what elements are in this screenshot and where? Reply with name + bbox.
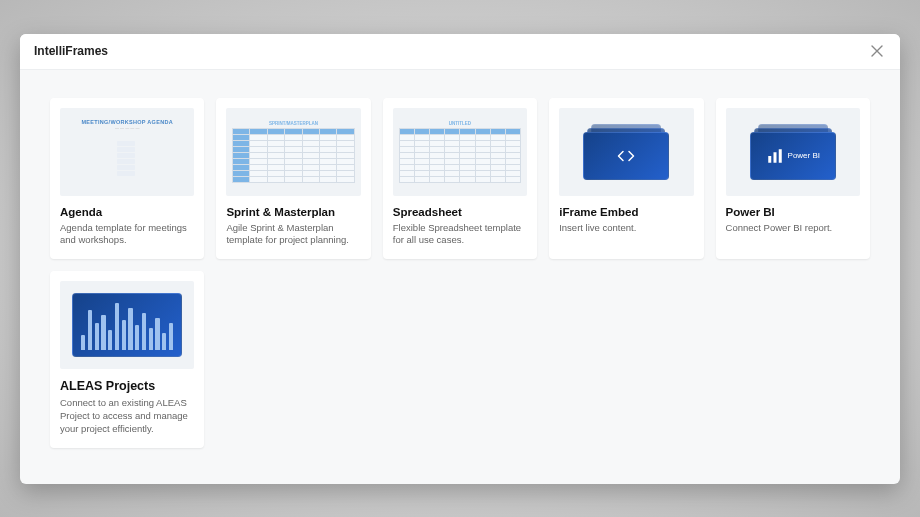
card-aleas[interactable]: ALEAS Projects Connect to an existing AL… xyxy=(50,271,204,447)
close-icon xyxy=(871,45,883,57)
card-title: Spreadsheet xyxy=(393,206,527,218)
card-sprint[interactable]: SPRINT/MASTERPLAN Sprint & Masterplan xyxy=(216,98,370,260)
powerbi-thumb-label: Power BI xyxy=(788,151,820,160)
card-iframe[interactable]: iFrame Embed Insert live content. xyxy=(549,98,703,260)
card-desc: Insert live content. xyxy=(559,222,693,235)
svg-rect-2 xyxy=(778,149,781,163)
card-desc: Flexible Spreadsheet template for all us… xyxy=(393,222,527,248)
card-desc: Agile Sprint & Masterplan template for p… xyxy=(226,222,360,248)
card-powerbi[interactable]: Power BI Power BI Connect Power BI repor… xyxy=(716,98,870,260)
thumb-sheet-title: UNTITLED xyxy=(449,121,471,126)
bar-chart-icon xyxy=(72,293,182,357)
thumb-spreadsheet: UNTITLED xyxy=(393,108,527,196)
card-spreadsheet[interactable]: UNTITLED Spreadsheet Flexible Spread xyxy=(383,98,537,260)
modal-body: MEETING/WORKSHOP AGENDA — — — — — Agenda… xyxy=(20,70,900,484)
card-title: Power BI xyxy=(726,206,860,218)
thumb-powerbi: Power BI xyxy=(726,108,860,196)
svg-rect-1 xyxy=(773,152,776,163)
modal-title: IntelliFrames xyxy=(34,44,108,58)
card-desc: Agenda template for meetings and worksho… xyxy=(60,222,194,248)
intelliframes-modal: IntelliFrames MEETING/WORKSHOP AGENDA — … xyxy=(20,34,900,484)
thumb-sprint-title: SPRINT/MASTERPLAN xyxy=(269,121,318,126)
svg-rect-0 xyxy=(768,156,771,163)
thumb-aleas xyxy=(60,281,194,369)
card-desc: Connect Power BI report. xyxy=(726,222,860,235)
thumb-sprint: SPRINT/MASTERPLAN xyxy=(226,108,360,196)
template-grid: MEETING/WORKSHOP AGENDA — — — — — Agenda… xyxy=(50,98,870,448)
thumb-iframe xyxy=(559,108,693,196)
thumb-agenda: MEETING/WORKSHOP AGENDA — — — — — xyxy=(60,108,194,196)
code-icon xyxy=(617,147,635,165)
modal-header: IntelliFrames xyxy=(20,34,900,70)
card-title: Sprint & Masterplan xyxy=(226,206,360,218)
close-button[interactable] xyxy=(868,42,886,60)
card-desc: Connect to an existing ALEAS Project to … xyxy=(60,397,194,435)
powerbi-icon xyxy=(766,147,784,165)
card-title: Agenda xyxy=(60,206,194,218)
card-title: ALEAS Projects xyxy=(60,379,194,393)
card-title: iFrame Embed xyxy=(559,206,693,218)
card-agenda[interactable]: MEETING/WORKSHOP AGENDA — — — — — Agenda… xyxy=(50,98,204,260)
